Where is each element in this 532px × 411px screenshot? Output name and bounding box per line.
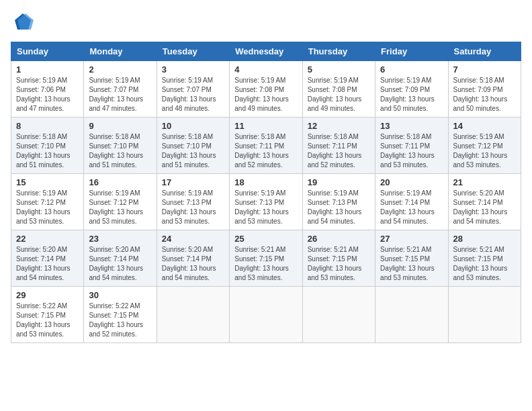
day-cell-22: 22 Sunrise: 5:20 AMSunset: 7:14 PMDaylig… (11, 230, 84, 287)
day-cell-12: 12 Sunrise: 5:18 AMSunset: 7:11 PMDaylig… (302, 118, 375, 174)
day-cell-1: 1 Sunrise: 5:19 AMSunset: 7:06 PMDayligh… (11, 61, 84, 118)
empty-cell (157, 287, 229, 343)
day-info: Sunrise: 5:19 AMSunset: 7:08 PMDaylight:… (234, 77, 289, 112)
header-cell-friday: Friday (375, 42, 448, 61)
day-number: 15 (16, 177, 79, 187)
week-row-5: 29 Sunrise: 5:22 AMSunset: 7:15 PMDaylig… (11, 287, 521, 343)
day-number: 20 (380, 177, 443, 187)
day-number: 8 (16, 121, 79, 131)
day-info: Sunrise: 5:19 AMSunset: 7:08 PMDaylight:… (308, 77, 362, 112)
header-cell-monday: Monday (84, 42, 157, 61)
empty-cell (302, 287, 375, 343)
header (11, 11, 521, 35)
day-info: Sunrise: 5:19 AMSunset: 7:09 PMDaylight:… (380, 77, 435, 112)
day-cell-5: 5 Sunrise: 5:19 AMSunset: 7:08 PMDayligh… (302, 61, 375, 118)
day-cell-18: 18 Sunrise: 5:19 AMSunset: 7:13 PMDaylig… (230, 174, 302, 230)
day-number: 19 (308, 177, 370, 187)
day-number: 5 (308, 64, 370, 75)
day-info: Sunrise: 5:18 AMSunset: 7:10 PMDaylight:… (89, 133, 143, 169)
day-info: Sunrise: 5:18 AMSunset: 7:11 PMDaylight:… (380, 133, 435, 169)
day-number: 24 (162, 234, 224, 244)
day-info: Sunrise: 5:22 AMSunset: 7:15 PMDaylight:… (89, 302, 143, 338)
day-cell-30: 30 Sunrise: 5:22 AMSunset: 7:15 PMDaylig… (84, 287, 157, 343)
day-number: 11 (234, 121, 297, 131)
week-row-3: 15 Sunrise: 5:19 AMSunset: 7:12 PMDaylig… (11, 174, 521, 230)
day-info: Sunrise: 5:20 AMSunset: 7:14 PMDaylight:… (16, 246, 71, 281)
day-info: Sunrise: 5:19 AMSunset: 7:13 PMDaylight:… (234, 189, 289, 225)
day-number: 16 (89, 177, 151, 187)
day-cell-21: 21 Sunrise: 5:20 AMSunset: 7:14 PMDaylig… (448, 174, 521, 230)
day-number: 23 (89, 234, 151, 244)
day-cell-16: 16 Sunrise: 5:19 AMSunset: 7:12 PMDaylig… (84, 174, 157, 230)
day-cell-4: 4 Sunrise: 5:19 AMSunset: 7:08 PMDayligh… (230, 61, 302, 118)
header-cell-tuesday: Tuesday (157, 42, 229, 61)
empty-cell (230, 287, 302, 343)
svg-marker-1 (17, 13, 34, 30)
day-info: Sunrise: 5:18 AMSunset: 7:11 PMDaylight:… (308, 133, 362, 169)
day-number: 27 (380, 234, 443, 244)
day-number: 12 (308, 121, 370, 131)
week-row-4: 22 Sunrise: 5:20 AMSunset: 7:14 PMDaylig… (11, 230, 521, 287)
day-number: 6 (380, 64, 443, 75)
header-row: SundayMondayTuesdayWednesdayThursdayFrid… (11, 42, 521, 61)
day-cell-9: 9 Sunrise: 5:18 AMSunset: 7:10 PMDayligh… (84, 118, 157, 174)
day-info: Sunrise: 5:19 AMSunset: 7:13 PMDaylight:… (162, 189, 216, 225)
day-info: Sunrise: 5:20 AMSunset: 7:14 PMDaylight:… (162, 246, 216, 281)
day-info: Sunrise: 5:19 AMSunset: 7:14 PMDaylight:… (380, 189, 435, 225)
day-info: Sunrise: 5:21 AMSunset: 7:15 PMDaylight:… (453, 246, 508, 281)
day-number: 18 (234, 177, 297, 187)
header-cell-thursday: Thursday (302, 42, 375, 61)
day-number: 28 (453, 234, 516, 244)
day-cell-6: 6 Sunrise: 5:19 AMSunset: 7:09 PMDayligh… (375, 61, 448, 118)
day-number: 22 (16, 234, 79, 244)
day-cell-14: 14 Sunrise: 5:19 AMSunset: 7:12 PMDaylig… (448, 118, 521, 174)
day-number: 1 (16, 64, 79, 75)
day-number: 10 (162, 121, 224, 131)
logo (11, 11, 39, 35)
day-info: Sunrise: 5:19 AMSunset: 7:07 PMDaylight:… (162, 77, 216, 112)
day-info: Sunrise: 5:22 AMSunset: 7:15 PMDaylight:… (16, 302, 71, 338)
day-number: 2 (89, 64, 151, 75)
empty-cell (448, 287, 521, 343)
day-info: Sunrise: 5:19 AMSunset: 7:12 PMDaylight:… (453, 133, 508, 169)
day-cell-7: 7 Sunrise: 5:18 AMSunset: 7:09 PMDayligh… (448, 61, 521, 118)
day-info: Sunrise: 5:18 AMSunset: 7:09 PMDaylight:… (453, 77, 508, 112)
day-info: Sunrise: 5:21 AMSunset: 7:15 PMDaylight:… (308, 246, 362, 281)
day-number: 25 (234, 234, 297, 244)
day-info: Sunrise: 5:18 AMSunset: 7:11 PMDaylight:… (234, 133, 289, 169)
day-cell-26: 26 Sunrise: 5:21 AMSunset: 7:15 PMDaylig… (302, 230, 375, 287)
calendar-table: SundayMondayTuesdayWednesdayThursdayFrid… (11, 42, 521, 343)
day-cell-11: 11 Sunrise: 5:18 AMSunset: 7:11 PMDaylig… (230, 118, 302, 174)
day-cell-25: 25 Sunrise: 5:21 AMSunset: 7:15 PMDaylig… (230, 230, 302, 287)
week-row-2: 8 Sunrise: 5:18 AMSunset: 7:10 PMDayligh… (11, 118, 521, 174)
day-cell-10: 10 Sunrise: 5:18 AMSunset: 7:10 PMDaylig… (157, 118, 229, 174)
day-cell-27: 27 Sunrise: 5:21 AMSunset: 7:15 PMDaylig… (375, 230, 448, 287)
day-cell-13: 13 Sunrise: 5:18 AMSunset: 7:11 PMDaylig… (375, 118, 448, 174)
day-info: Sunrise: 5:21 AMSunset: 7:15 PMDaylight:… (234, 246, 289, 281)
day-cell-15: 15 Sunrise: 5:19 AMSunset: 7:12 PMDaylig… (11, 174, 84, 230)
day-cell-23: 23 Sunrise: 5:20 AMSunset: 7:14 PMDaylig… (84, 230, 157, 287)
day-cell-19: 19 Sunrise: 5:19 AMSunset: 7:13 PMDaylig… (302, 174, 375, 230)
day-cell-17: 17 Sunrise: 5:19 AMSunset: 7:13 PMDaylig… (157, 174, 229, 230)
header-cell-saturday: Saturday (448, 42, 521, 61)
day-cell-28: 28 Sunrise: 5:21 AMSunset: 7:15 PMDaylig… (448, 230, 521, 287)
day-info: Sunrise: 5:20 AMSunset: 7:14 PMDaylight:… (453, 189, 508, 225)
day-number: 4 (234, 64, 297, 75)
day-number: 17 (162, 177, 224, 187)
day-cell-2: 2 Sunrise: 5:19 AMSunset: 7:07 PMDayligh… (84, 61, 157, 118)
day-number: 3 (162, 64, 224, 75)
day-number: 9 (89, 121, 151, 131)
header-cell-wednesday: Wednesday (230, 42, 302, 61)
day-number: 7 (453, 64, 516, 75)
day-cell-24: 24 Sunrise: 5:20 AMSunset: 7:14 PMDaylig… (157, 230, 229, 287)
day-info: Sunrise: 5:19 AMSunset: 7:12 PMDaylight:… (16, 189, 71, 225)
day-number: 26 (308, 234, 370, 244)
day-cell-3: 3 Sunrise: 5:19 AMSunset: 7:07 PMDayligh… (157, 61, 229, 118)
day-info: Sunrise: 5:19 AMSunset: 7:13 PMDaylight:… (308, 189, 362, 225)
day-info: Sunrise: 5:18 AMSunset: 7:10 PMDaylight:… (16, 133, 71, 169)
day-info: Sunrise: 5:21 AMSunset: 7:15 PMDaylight:… (380, 246, 435, 281)
day-info: Sunrise: 5:20 AMSunset: 7:14 PMDaylight:… (89, 246, 143, 281)
day-cell-20: 20 Sunrise: 5:19 AMSunset: 7:14 PMDaylig… (375, 174, 448, 230)
day-number: 29 (16, 290, 79, 300)
day-info: Sunrise: 5:19 AMSunset: 7:06 PMDaylight:… (16, 77, 71, 112)
